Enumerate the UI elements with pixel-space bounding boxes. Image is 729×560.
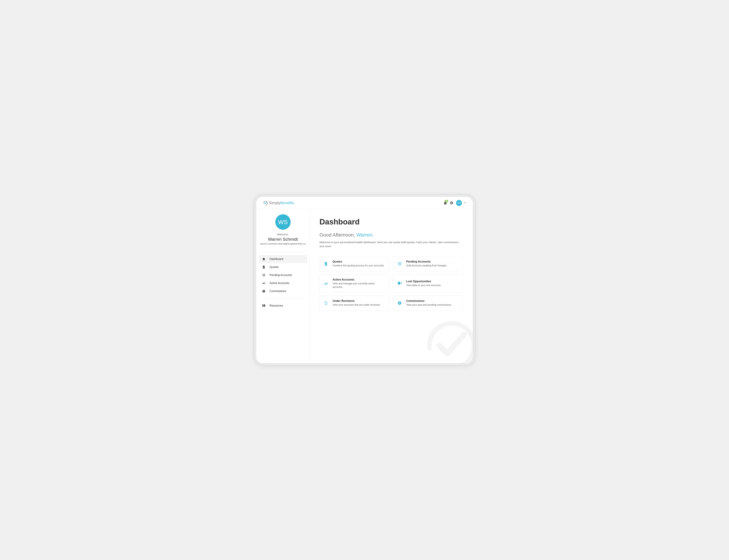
coin-icon: $ bbox=[397, 301, 402, 305]
card-commissions[interactable]: $ Commissions View your past and pending… bbox=[393, 296, 463, 311]
tablet-frame: SimplyBenefits 11 WS WS Welcome, Warren … bbox=[256, 197, 473, 363]
sidebar-item-label: Active Accounts bbox=[270, 282, 289, 285]
svg-text:$: $ bbox=[399, 302, 400, 304]
card-title: Pending Accounts bbox=[406, 260, 459, 263]
sidebar-item-label: Resources bbox=[270, 304, 283, 307]
greeting: Good Afternoon, Warren. bbox=[320, 232, 463, 238]
nav-primary: Dashboard Quotes Pending Accounts Active… bbox=[256, 255, 310, 295]
card-body: Pending Accounts Sold Accounts awaiting … bbox=[406, 260, 459, 267]
card-under revisions[interactable]: Under Revisions View your accounts that … bbox=[320, 296, 389, 311]
sidebar-item-quotes[interactable]: Quotes bbox=[259, 263, 307, 271]
greeting-prefix: Good Afternoon, bbox=[320, 232, 357, 238]
thumb-down-icon bbox=[397, 281, 402, 286]
file-dollar-icon bbox=[262, 265, 266, 269]
sidebar-item-dashboard[interactable]: Dashboard bbox=[259, 255, 307, 263]
sidebar-item-pending accounts[interactable]: Pending Accounts bbox=[259, 271, 307, 279]
brand-text: SimplyBenefits bbox=[269, 201, 294, 205]
settings-button[interactable] bbox=[450, 201, 453, 205]
user-menu-caret[interactable] bbox=[464, 202, 466, 203]
sidebar-item-label: Dashboard bbox=[270, 257, 283, 261]
card-title: Commissions bbox=[406, 299, 459, 303]
check-all-icon bbox=[324, 281, 329, 286]
card-desc: View your accounts that are under revisi… bbox=[333, 303, 385, 307]
divider bbox=[261, 298, 305, 299]
check-all-icon bbox=[262, 281, 266, 285]
card-title: Quotes bbox=[333, 260, 385, 263]
sidebar-item-label: Quotes bbox=[270, 266, 279, 269]
sidebar-item-active accounts[interactable]: Active Accounts bbox=[259, 279, 307, 287]
background-watermark-icon bbox=[424, 318, 473, 363]
profile-name: Warren Schmidt bbox=[260, 237, 306, 242]
dashboard-cards: Quotes Continue the quoting process for … bbox=[320, 256, 463, 311]
nav-secondary: Resources bbox=[256, 302, 310, 310]
gear-icon bbox=[450, 201, 453, 205]
divider bbox=[261, 252, 305, 252]
card-body: Under Revisions View your accounts that … bbox=[333, 299, 385, 307]
card-desc: View data on your lost accounts. bbox=[406, 284, 459, 287]
book-icon bbox=[262, 304, 266, 307]
notifications-button[interactable]: 11 bbox=[443, 201, 447, 205]
profile-welcome-label: Welcome, bbox=[260, 233, 306, 236]
card-desc: View your past and pending commissions. bbox=[406, 303, 459, 307]
card-body: Commissions View your past and pending c… bbox=[406, 299, 459, 307]
card-lost opportunities[interactable]: Lost Opportunities View data on your los… bbox=[393, 274, 463, 292]
sidebar-item-commissions[interactable]: $ Commissions bbox=[259, 287, 307, 295]
sidebar: WS Welcome, Warren Schmidt warren.schmid… bbox=[256, 209, 310, 363]
card-title: Under Revisions bbox=[333, 299, 385, 303]
profile-email: warren.schmidt+internal@simplybenefits.c… bbox=[260, 242, 306, 245]
sidebar-item-label: Pending Accounts bbox=[270, 274, 292, 277]
refresh-icon bbox=[324, 301, 329, 305]
page-title: Dashboard bbox=[320, 217, 463, 226]
card-quotes[interactable]: Quotes Continue the quoting process for … bbox=[320, 256, 389, 271]
user-avatar[interactable]: WS bbox=[456, 200, 462, 206]
brand-mark-icon bbox=[263, 201, 268, 205]
notification-badge: 11 bbox=[444, 200, 448, 202]
card-body: Active Accounts View and manage your cur… bbox=[333, 278, 385, 289]
profile-avatar: WS bbox=[275, 214, 291, 230]
brand-text-part2: Benefits bbox=[280, 201, 294, 205]
card-desc: Continue the quoting process for your ac… bbox=[333, 264, 385, 267]
card-title: Lost Opportunities bbox=[406, 280, 459, 283]
sidebar-item-label: Commissions bbox=[270, 290, 286, 293]
brand-logo[interactable]: SimplyBenefits bbox=[263, 201, 294, 205]
alarm-icon bbox=[262, 273, 266, 277]
card-pending accounts[interactable]: Pending Accounts Sold Accounts awaiting … bbox=[393, 256, 463, 271]
svg-text:$: $ bbox=[263, 290, 264, 292]
card-body: Lost Opportunities View data on your los… bbox=[406, 280, 459, 287]
alarm-icon bbox=[397, 261, 402, 266]
home-icon bbox=[262, 257, 266, 261]
coin-icon: $ bbox=[262, 289, 266, 293]
subtext: Welcome to your personalized health dash… bbox=[320, 240, 462, 248]
card-desc: Sold Accounts awaiting final changes. bbox=[406, 264, 459, 267]
greeting-suffix: . bbox=[372, 232, 373, 238]
card-active accounts[interactable]: Active Accounts View and manage your cur… bbox=[320, 274, 389, 292]
card-desc: View and manage your currently active ac… bbox=[333, 282, 385, 289]
topbar-right: 11 WS bbox=[443, 200, 466, 206]
main-content: Dashboard Good Afternoon, Warren. Welcom… bbox=[310, 209, 473, 363]
file-dollar-icon bbox=[324, 261, 329, 266]
body: WS Welcome, Warren Schmidt warren.schmid… bbox=[256, 209, 473, 363]
card-title: Active Accounts bbox=[333, 278, 385, 281]
brand-text-part1: Simply bbox=[269, 201, 280, 205]
sidebar-profile: WS Welcome, Warren Schmidt warren.schmid… bbox=[256, 214, 310, 249]
greeting-name: Warren bbox=[357, 232, 372, 238]
sidebar-item-resources[interactable]: Resources bbox=[259, 302, 307, 310]
card-body: Quotes Continue the quoting process for … bbox=[333, 260, 385, 267]
topbar: SimplyBenefits 11 WS bbox=[256, 197, 473, 209]
